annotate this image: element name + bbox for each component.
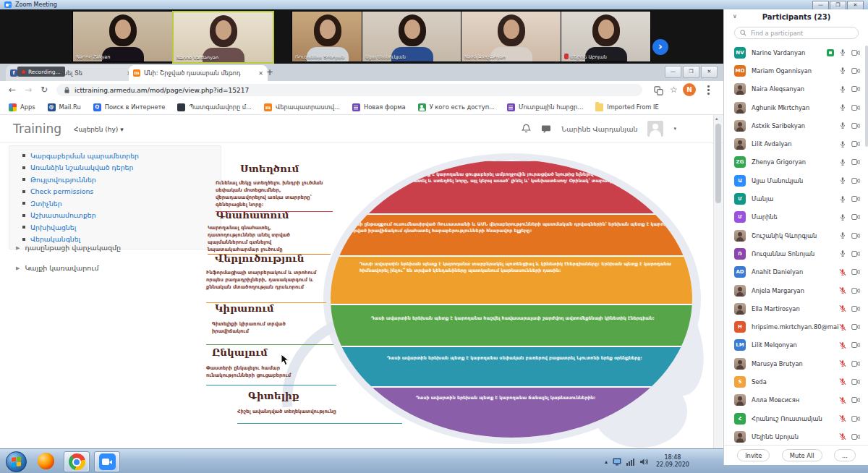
mic-icon[interactable] — [839, 304, 846, 312]
participant-search[interactable] — [734, 27, 859, 39]
mic-icon[interactable] — [839, 231, 846, 239]
camera-icon[interactable] — [851, 49, 860, 56]
mic-icon[interactable] — [839, 103, 846, 111]
sidebar-link[interactable]: Աշխատամուտքեր — [9, 210, 221, 222]
mic-icon[interactable] — [839, 414, 846, 422]
bookmark-item[interactable]: Imported From IE — [595, 103, 658, 111]
user-menu-caret-icon[interactable]: ▾ — [673, 126, 676, 132]
camera-icon[interactable] — [851, 305, 860, 312]
participant-row[interactable]: LM Lilit Melqonyan — [724, 336, 866, 354]
mic-icon[interactable] — [839, 158, 846, 166]
participant-row[interactable]: Մ Մանյա — [724, 189, 866, 208]
language-menu[interactable]: Հայերեն (hy) ▾ — [74, 126, 124, 133]
camera-icon[interactable] — [851, 415, 860, 422]
sidebar-link[interactable]: Զտիչներ — [9, 197, 221, 210]
search-input[interactable] — [749, 29, 853, 38]
bookmark-item[interactable]: m Վերապատրաստվ... — [264, 103, 340, 111]
bookmark-item[interactable]: Q Поиск в Интернете — [93, 103, 166, 111]
video-tile[interactable]: Narine Zakyan — [72, 11, 173, 62]
bookmark-item[interactable]: Մուտքային հարցր... — [507, 103, 583, 111]
camera-icon[interactable] — [851, 360, 860, 367]
start-button[interactable] — [6, 451, 27, 472]
bookmark-item[interactable]: Apps — [9, 103, 35, 111]
bookmark-item[interactable]: @ Mail.Ru — [48, 103, 81, 111]
forward-button[interactable]: → — [25, 85, 32, 95]
scroll-up-icon[interactable]: ▴ — [715, 116, 718, 122]
next-videos-button[interactable]: › — [652, 39, 668, 55]
video-tile[interactable]: Naira Aleqsanyan — [461, 11, 561, 62]
reload-button[interactable]: ↻ — [41, 85, 48, 95]
browser-tab-2-active[interactable]: m Անի: Շրջված դասարան մեթոդ ✕ — [129, 65, 268, 81]
participant-row[interactable]: Մ Մարինե — [724, 208, 866, 226]
bookmark-star-icon[interactable]: ☆ — [670, 85, 678, 95]
camera-icon[interactable] — [851, 341, 860, 349]
camera-icon[interactable] — [851, 140, 860, 148]
address-bar[interactable]: icttraining.armedu.am/mod/page/view.php?… — [56, 84, 642, 96]
sidebar-link[interactable]: Կարգաբերման պարամետրեր — [9, 150, 221, 162]
camera-icon[interactable] — [851, 378, 860, 385]
mic-icon[interactable] — [839, 48, 846, 56]
notifications-bell-icon[interactable] — [522, 124, 531, 134]
participant-row[interactable]: Алла Мовсисян — [724, 391, 866, 409]
mic-icon[interactable] — [839, 67, 846, 74]
tray-expand-icon[interactable]: ▴ — [605, 459, 608, 465]
bookmark-item[interactable]: Պատգամավորը մ... — [177, 103, 252, 111]
page-scrollbar[interactable]: ▴ — [713, 115, 723, 448]
taskbar-chrome-button[interactable] — [64, 451, 90, 472]
site-logo[interactable]: Training — [13, 122, 61, 136]
browser-close-button[interactable]: ✕ — [701, 66, 718, 78]
mic-icon[interactable] — [839, 341, 846, 349]
browser-restore-button[interactable]: ❐ — [683, 66, 699, 78]
more-options-button[interactable]: ... — [834, 449, 856, 461]
participant-row[interactable]: Anjela Margaryan — [724, 281, 866, 299]
window-title-bar[interactable]: Zoom Meeting — ❐ ✕ — [0, 0, 868, 10]
participant-row[interactable]: Շուշանիկ Գևորգյան — [724, 226, 866, 244]
mic-icon[interactable] — [839, 432, 846, 440]
camera-icon[interactable] — [851, 104, 860, 111]
video-tile[interactable]: Մելինե Աբոյան — [561, 11, 651, 62]
mic-icon[interactable] — [839, 140, 846, 148]
mic-icon[interactable] — [839, 195, 846, 203]
participant-row[interactable]: Astxik Saribekyan — [724, 116, 866, 135]
bookmark-item[interactable]: У кого есть доступ... — [418, 103, 495, 111]
network-signal-icon[interactable] — [626, 458, 635, 466]
user-avatar[interactable] — [647, 121, 663, 137]
camera-icon[interactable] — [851, 323, 860, 331]
camera-icon[interactable] — [851, 85, 860, 93]
participant-row[interactable]: MO Mariam Ogannisyan — [724, 61, 866, 80]
browser-minimize-button[interactable]: — — [665, 66, 681, 78]
video-tile[interactable]: Ալյա Մանուկյան — [362, 11, 462, 62]
tab-close-icon[interactable]: ✕ — [258, 70, 263, 77]
participant-row[interactable]: Ella Martirosyan — [724, 299, 866, 318]
participant-row[interactable]: Aghunik Mkrtchyan — [724, 98, 866, 116]
taskbar-zoom-button[interactable] — [94, 451, 120, 472]
mic-icon[interactable] — [839, 250, 846, 257]
mic-icon[interactable] — [839, 396, 846, 404]
sidebar-link[interactable]: Առանձին նշանակված դերեր — [9, 162, 221, 174]
camera-icon[interactable] — [851, 433, 860, 440]
participant-row[interactable]: Marusya Brutyan — [724, 354, 866, 372]
camera-icon[interactable] — [851, 213, 860, 221]
volume-icon[interactable] — [640, 458, 649, 466]
camera-icon[interactable] — [851, 122, 860, 129]
mic-icon[interactable] — [839, 176, 846, 184]
mic-icon[interactable] — [839, 286, 846, 294]
mic-icon[interactable] — [839, 359, 846, 367]
sidebar-link[interactable]: Արխիվացնել — [9, 221, 221, 234]
messages-icon[interactable] — [541, 124, 551, 134]
participant-row[interactable]: Lilit Avdalyan — [724, 135, 866, 153]
participant-row[interactable]: Naira Aleqsanyan — [724, 80, 866, 98]
sidebar-link[interactable]: Թույլտվություններ — [9, 174, 221, 186]
sidebar-section-toggle[interactable]: ▶ դասընթացի վարչակազմը — [16, 244, 121, 252]
sidebar-section-toggle[interactable]: ▶ Կայքի կառավարում — [16, 264, 98, 272]
scrollbar-thumb[interactable] — [715, 124, 721, 203]
participant-row[interactable]: Մելինե Աբոյան — [724, 427, 866, 446]
participant-row[interactable]: H hripsime.mkrtchyan.80@mail.ru — [724, 318, 866, 336]
bookmark-item[interactable]: Новая форма — [352, 103, 406, 111]
camera-icon[interactable] — [851, 158, 860, 166]
sidebar-link[interactable]: Check permissions — [9, 186, 221, 198]
profile-avatar[interactable]: N — [683, 83, 696, 96]
back-button[interactable]: ← — [9, 85, 16, 95]
video-tile[interactable]: Narine Vardanyan — [172, 11, 274, 64]
participant-row[interactable]: Ա Ալյա Մանուկյան — [724, 171, 866, 189]
